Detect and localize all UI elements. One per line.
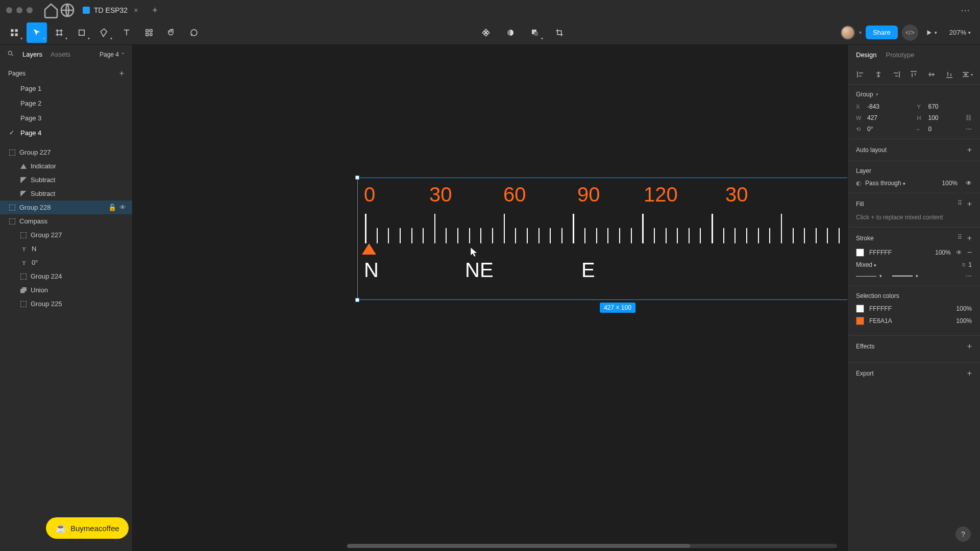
page-item[interactable]: Page 4: [0, 126, 132, 140]
horizontal-scrollbar[interactable]: [347, 544, 837, 548]
close-tab-icon[interactable]: ×: [132, 5, 140, 15]
align-top-icon[interactable]: [908, 69, 919, 80]
constrain-icon[interactable]: ⛓: [966, 114, 972, 121]
main-menu[interactable]: [4, 22, 24, 43]
y-input[interactable]: 670: [928, 103, 959, 110]
align-vcenter-icon[interactable]: [926, 69, 937, 80]
visibility-icon[interactable]: 👁: [119, 204, 126, 211]
crop-icon[interactable]: [549, 22, 570, 43]
add-stroke-button[interactable]: +: [967, 234, 972, 243]
unlock-icon[interactable]: 🔓: [108, 204, 116, 211]
layer-item[interactable]: Indicator: [0, 159, 132, 173]
text-tool[interactable]: [116, 22, 137, 43]
prototype-tab[interactable]: Prototype: [886, 51, 914, 59]
comment-tool[interactable]: [184, 22, 204, 43]
h-input[interactable]: 100: [928, 114, 959, 121]
frame-tool[interactable]: [49, 22, 69, 43]
resize-handle-tl[interactable]: [355, 176, 359, 180]
radius-input[interactable]: 0: [928, 126, 959, 133]
layer-item[interactable]: Subtract: [0, 187, 132, 201]
mask-icon[interactable]: [500, 22, 521, 43]
home-icon[interactable]: [43, 2, 59, 18]
layer-item[interactable]: Compass: [0, 214, 132, 228]
search-icon[interactable]: [7, 50, 14, 59]
autolayout-section: Auto layout +: [848, 139, 980, 161]
resize-handle-bl[interactable]: [355, 298, 359, 302]
color-swatch[interactable]: [856, 317, 864, 325]
color-swatch[interactable]: [856, 305, 864, 313]
resources-tool[interactable]: [139, 22, 159, 43]
move-tool[interactable]: [27, 22, 47, 43]
new-tab-button[interactable]: +: [147, 5, 163, 16]
visibility-icon[interactable]: 👁: [966, 180, 972, 187]
align-right-icon[interactable]: [891, 69, 902, 80]
overflow-menu-icon[interactable]: ⋯: [957, 5, 974, 16]
zoom-selector[interactable]: 207% ▾: [944, 29, 976, 36]
stroke-color-swatch[interactable]: [856, 248, 864, 257]
shape-tool[interactable]: [71, 22, 92, 43]
distribute-icon[interactable]: ▾: [962, 69, 973, 80]
present-button[interactable]: ▾: [922, 29, 940, 36]
styles-icon[interactable]: ⠿: [958, 234, 962, 243]
close-window[interactable]: [6, 7, 12, 13]
remove-stroke-button[interactable]: −: [967, 248, 972, 257]
component-icon[interactable]: [476, 22, 496, 43]
add-fill-button[interactable]: +: [967, 199, 972, 209]
styles-icon[interactable]: ⠿: [958, 199, 962, 209]
buymeacoffee-button[interactable]: ☕ Buymeacoffee: [46, 517, 129, 539]
add-export-button[interactable]: +: [967, 369, 972, 378]
visibility-icon[interactable]: 👁: [956, 249, 962, 256]
minimize-window[interactable]: [16, 7, 22, 13]
stroke-weight-input[interactable]: 1: [968, 261, 972, 268]
svg-rect-3: [11, 33, 13, 36]
page-item[interactable]: Page 2: [0, 96, 132, 111]
stroke-opacity[interactable]: 100%: [935, 249, 951, 256]
stroke-hex[interactable]: FFFFFF: [869, 249, 892, 256]
canvas[interactable]: 427 × 100 0 30 60 90 120 30 N NE E: [133, 45, 847, 551]
add-autolayout-button[interactable]: +: [967, 145, 972, 155]
share-button[interactable]: Share: [866, 26, 898, 39]
align-left-icon[interactable]: [855, 69, 866, 80]
align-bottom-icon[interactable]: [944, 69, 955, 80]
align-hcenter-icon[interactable]: [873, 69, 884, 80]
layer-item[interactable]: Group 225: [0, 297, 132, 311]
design-tab[interactable]: Design: [856, 51, 876, 59]
more-options-icon[interactable]: ⋯: [966, 126, 972, 133]
selection-frame[interactable]: 427 × 100 0 30 60 90 120 30 N NE E: [357, 178, 847, 300]
layer-item[interactable]: Group 227: [0, 228, 132, 242]
layer-item-selected[interactable]: Group 228 🔓 👁: [0, 201, 132, 214]
stroke-endcap-select[interactable]: ▾: [856, 273, 882, 279]
pen-tool[interactable]: [94, 22, 114, 43]
rotation-input[interactable]: 0°: [867, 126, 898, 133]
stroke-more-icon[interactable]: ⋯: [966, 272, 972, 280]
file-tab[interactable]: TD ESP32 ×: [76, 0, 147, 20]
page-item[interactable]: Page 1: [0, 81, 132, 96]
opacity-input[interactable]: 100%: [942, 180, 958, 187]
stroke-align-select[interactable]: Mixed ▾: [856, 261, 876, 268]
boolean-icon[interactable]: [525, 22, 545, 43]
zoom-value: 207%: [949, 29, 966, 36]
hand-tool[interactable]: [161, 22, 182, 43]
layer-item[interactable]: T0°: [0, 256, 132, 269]
maximize-window[interactable]: [27, 7, 33, 13]
add-page-button[interactable]: +: [119, 69, 124, 78]
layers-tab[interactable]: Layers: [22, 51, 42, 58]
page-selector[interactable]: Page 4 ⌃: [100, 51, 125, 58]
globe-icon[interactable]: [59, 2, 76, 18]
assets-tab[interactable]: Assets: [51, 51, 70, 58]
user-avatar[interactable]: [841, 26, 855, 40]
layer-item[interactable]: Union: [0, 283, 132, 297]
layer-item[interactable]: TN: [0, 242, 132, 256]
help-button[interactable]: ?: [955, 527, 971, 542]
layer-item[interactable]: Group 224: [0, 269, 132, 283]
layer-item[interactable]: Subtract: [0, 173, 132, 187]
blend-mode-select[interactable]: Pass through ▾: [865, 180, 905, 187]
w-input[interactable]: 427: [867, 114, 898, 121]
layer-item[interactable]: Group 227: [0, 145, 132, 159]
svg-point-9: [150, 33, 153, 36]
page-item[interactable]: Page 3: [0, 111, 132, 126]
add-effect-button[interactable]: +: [967, 342, 972, 351]
stroke-endcap-select2[interactable]: ▾: [892, 273, 918, 279]
dev-mode-button[interactable]: </>: [902, 24, 918, 41]
x-input[interactable]: -843: [867, 103, 898, 110]
